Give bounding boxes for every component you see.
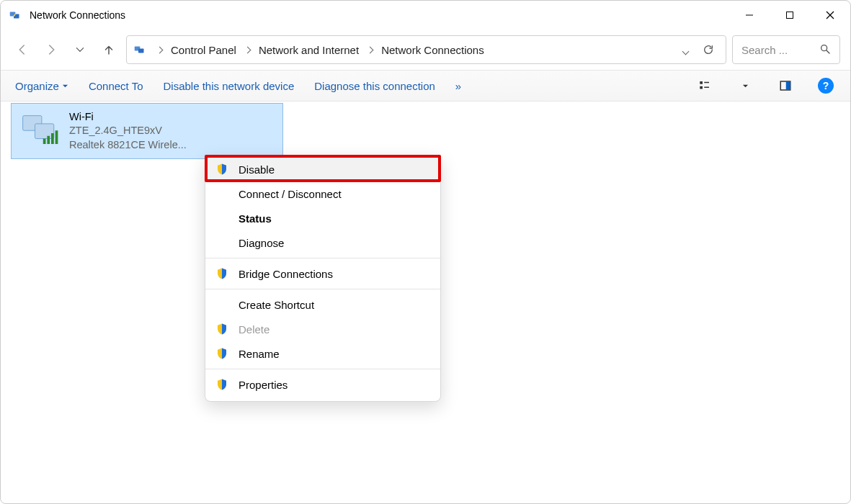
ctx-bridge-label: Bridge Connections <box>239 268 333 280</box>
breadcrumb-sep-icon[interactable] <box>242 45 253 54</box>
ctx-status-label: Status <box>239 212 272 225</box>
shield-icon <box>215 163 228 176</box>
back-button[interactable] <box>11 38 34 61</box>
svg-rect-7 <box>138 49 144 53</box>
ctx-rename[interactable]: Rename <box>205 341 440 366</box>
breadcrumb-network-connections[interactable]: Network Connections <box>378 42 487 58</box>
adapter-device: Realtek 8821CE Wirele... <box>69 138 187 153</box>
ctx-connect-label: Connect / Disconnect <box>239 188 342 200</box>
command-bar: Organize Connect To Disable this network… <box>1 70 850 102</box>
ctx-delete-label: Delete <box>239 323 269 336</box>
ctx-separator <box>205 369 440 369</box>
forward-button[interactable] <box>40 38 63 61</box>
preview-pane-button[interactable] <box>775 76 796 96</box>
shield-icon <box>215 347 228 360</box>
refresh-button[interactable] <box>698 40 718 60</box>
ctx-connect-disconnect[interactable]: Connect / Disconnect <box>205 181 440 206</box>
address-bar[interactable]: Control Panel Network and Internet Netwo… <box>126 35 726 64</box>
app-icon <box>9 9 22 22</box>
adapter-ssid: ZTE_2.4G_HTE9xV <box>69 124 187 138</box>
content-area: Wi-Fi ZTE_2.4G_HTE9xV Realtek 8821CE Wir… <box>1 102 850 161</box>
disable-device-button[interactable]: Disable this network device <box>163 80 294 92</box>
breadcrumb-control-panel[interactable]: Control Panel <box>168 42 239 58</box>
shield-icon <box>215 267 228 280</box>
svg-rect-20 <box>51 133 54 144</box>
shield-icon <box>215 323 228 336</box>
organize-label: Organize <box>15 80 59 92</box>
search-icon <box>819 43 831 57</box>
navigation-row: Control Panel Network and Internet Netwo… <box>1 30 850 70</box>
svg-rect-15 <box>786 81 790 90</box>
minimize-button[interactable] <box>729 1 770 30</box>
svg-rect-19 <box>47 136 50 144</box>
help-button[interactable]: ? <box>816 76 836 96</box>
svg-rect-10 <box>700 81 703 84</box>
titlebar: Network Connections <box>1 1 850 30</box>
view-dropdown-button[interactable] <box>735 76 755 96</box>
organize-menu[interactable]: Organize <box>15 80 68 92</box>
ctx-disable-label: Disable <box>239 163 275 176</box>
ctx-bridge[interactable]: Bridge Connections <box>205 261 440 286</box>
search-placeholder: Search ... <box>741 44 819 56</box>
ctx-properties[interactable]: Properties <box>205 372 440 397</box>
location-icon <box>134 43 147 56</box>
adapter-item-wifi[interactable]: Wi-Fi ZTE_2.4G_HTE9xV Realtek 8821CE Wir… <box>11 103 283 159</box>
breadcrumb-sep-icon[interactable] <box>365 45 375 54</box>
context-menu: Disable Connect / Disconnect Status Diag… <box>205 155 441 402</box>
ctx-disable[interactable]: Disable <box>205 157 440 181</box>
maximize-button[interactable] <box>770 1 810 30</box>
ctx-delete: Delete <box>205 317 440 341</box>
svg-line-9 <box>827 50 829 53</box>
history-dropdown-button[interactable] <box>675 40 695 60</box>
svg-rect-3 <box>787 12 793 19</box>
ctx-diagnose[interactable]: Diagnose <box>205 230 440 255</box>
ctx-create-shortcut[interactable]: Create Shortcut <box>205 292 440 317</box>
search-box[interactable]: Search ... <box>732 35 840 64</box>
connect-to-button[interactable]: Connect To <box>89 80 143 92</box>
svg-rect-11 <box>700 86 703 89</box>
adapter-name: Wi-Fi <box>69 110 187 125</box>
ctx-diagnose-label: Diagnose <box>239 237 284 249</box>
ctx-shortcut-label: Create Shortcut <box>239 299 314 311</box>
svg-rect-21 <box>55 130 58 144</box>
diagnose-connection-button[interactable]: Diagnose this connection <box>314 80 435 92</box>
window-title: Network Connections <box>30 9 125 21</box>
breadcrumb-sep-icon[interactable] <box>154 45 165 54</box>
ctx-separator <box>205 258 440 258</box>
ctx-rename-label: Rename <box>239 348 280 360</box>
close-button[interactable] <box>810 1 850 30</box>
window-controls <box>729 1 850 30</box>
svg-rect-17 <box>35 124 54 139</box>
disable-device-label: Disable this network device <box>163 80 294 92</box>
shield-icon <box>215 378 228 391</box>
ctx-properties-label: Properties <box>239 379 288 391</box>
recent-locations-button[interactable] <box>68 38 92 61</box>
svg-point-8 <box>821 45 827 50</box>
view-options-button[interactable] <box>695 76 715 96</box>
diagnose-connection-label: Diagnose this connection <box>314 80 435 92</box>
connect-to-label: Connect To <box>89 80 143 92</box>
help-icon: ? <box>818 78 834 94</box>
overflow-button[interactable]: » <box>455 80 461 92</box>
breadcrumb-network-internet[interactable]: Network and Internet <box>256 42 362 58</box>
ctx-status[interactable]: Status <box>205 206 440 230</box>
up-button[interactable] <box>97 38 120 61</box>
ctx-separator <box>205 289 440 289</box>
network-adapter-icon <box>19 112 62 150</box>
svg-rect-18 <box>43 139 46 145</box>
